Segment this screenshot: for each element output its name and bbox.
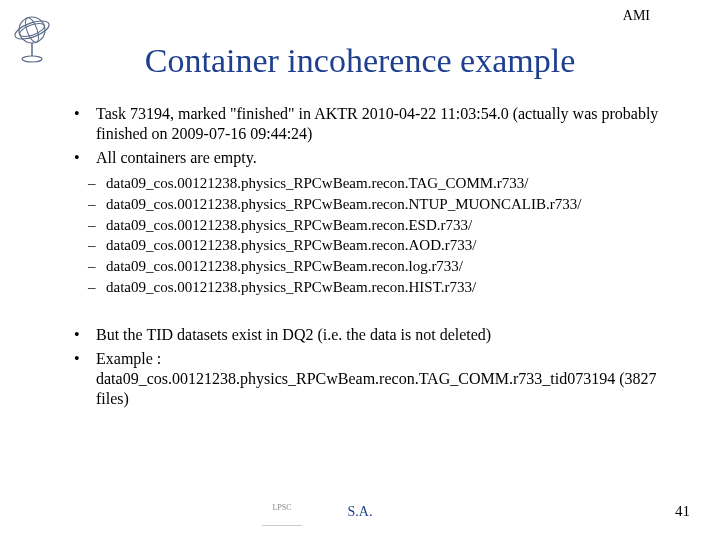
list-item: data09_cos.00121238.physics_RPCwBeam.rec… [88, 195, 670, 214]
list-item: data09_cos.00121238.physics_RPCwBeam.rec… [88, 236, 670, 255]
list-item: data09_cos.00121238.physics_RPCwBeam.rec… [88, 174, 670, 193]
list-item: data09_cos.00121238.physics_RPCwBeam.rec… [88, 278, 670, 297]
list-item: Example : data09_cos.00121238.physics_RP… [74, 349, 670, 409]
header-label: AMI [623, 8, 650, 24]
page-title: Container incoherence example [0, 42, 720, 80]
list-item: But the TID datasets exist in DQ2 (i.e. … [74, 325, 670, 345]
sub-bullet-list: data09_cos.00121238.physics_RPCwBeam.rec… [50, 174, 670, 297]
bullet-list-bottom: But the TID datasets exist in DQ2 (i.e. … [50, 325, 670, 409]
footer-author: S.A. [0, 504, 720, 520]
svg-point-5 [22, 56, 42, 62]
bullet-list-top: Task 73194, marked "finished" in AKTR 20… [50, 104, 670, 168]
globe-logo-icon [10, 10, 54, 64]
svg-point-2 [23, 16, 41, 44]
list-item: data09_cos.00121238.physics_RPCwBeam.rec… [88, 216, 670, 235]
list-item: Task 73194, marked "finished" in AKTR 20… [74, 104, 670, 144]
list-item: All containers are empty. [74, 148, 670, 168]
list-item: data09_cos.00121238.physics_RPCwBeam.rec… [88, 257, 670, 276]
page-number: 41 [675, 503, 690, 520]
svg-point-1 [18, 21, 46, 39]
svg-point-3 [13, 17, 52, 42]
footer: LPSC S.A. 41 [0, 496, 720, 526]
content-body: Task 73194, marked "finished" in AKTR 20… [50, 104, 670, 409]
